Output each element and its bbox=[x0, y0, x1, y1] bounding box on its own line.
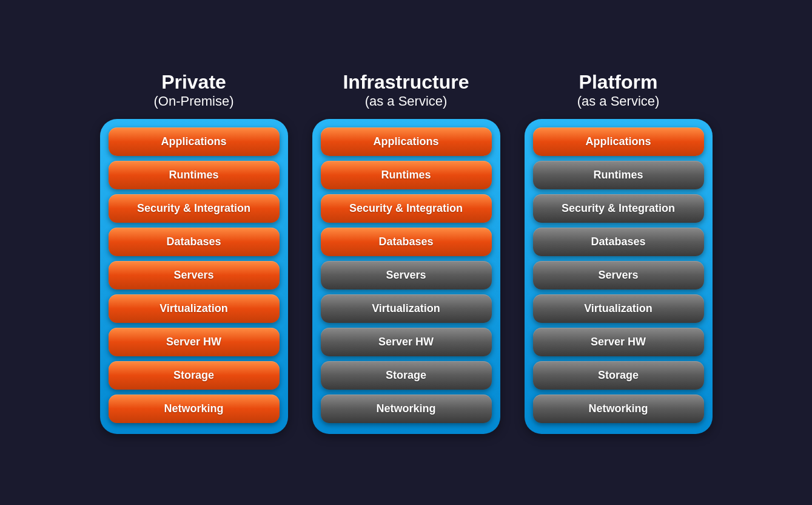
row-infrastructure-servers: Servers bbox=[321, 261, 492, 290]
row-platform-server-hw: Server HW bbox=[533, 328, 704, 356]
column-title-infrastructure: Infrastructure bbox=[343, 71, 469, 93]
row-private-virtualization: Virtualization bbox=[109, 294, 280, 323]
column-platform: Platform(as a Service)ApplicationsRuntim… bbox=[525, 71, 713, 434]
column-header-infrastructure: Infrastructure(as a Service) bbox=[343, 71, 469, 109]
column-subtitle-private: (On-Premise) bbox=[153, 93, 233, 109]
row-private-runtimes: Runtimes bbox=[109, 161, 280, 189]
row-infrastructure-databases: Databases bbox=[321, 228, 492, 256]
column-header-private: Private(On-Premise) bbox=[153, 71, 233, 109]
row-infrastructure-storage: Storage bbox=[321, 361, 492, 390]
row-platform-storage: Storage bbox=[533, 361, 704, 390]
row-infrastructure-security-integration: Security & Integration bbox=[321, 194, 492, 223]
row-infrastructure-runtimes: Runtimes bbox=[321, 161, 492, 189]
column-title-private: Private bbox=[153, 71, 233, 93]
column-panel-private: ApplicationsRuntimesSecurity & Integrati… bbox=[100, 119, 288, 434]
column-subtitle-infrastructure: (as a Service) bbox=[343, 93, 469, 109]
row-private-servers: Servers bbox=[109, 261, 280, 290]
diagram-container: Private(On-Premise)ApplicationsRuntimesS… bbox=[88, 59, 725, 446]
row-platform-servers: Servers bbox=[533, 261, 704, 290]
row-private-networking: Networking bbox=[109, 395, 280, 423]
row-infrastructure-networking: Networking bbox=[321, 395, 492, 423]
row-platform-security-integration: Security & Integration bbox=[533, 194, 704, 223]
row-infrastructure-applications: Applications bbox=[321, 127, 492, 156]
row-platform-databases: Databases bbox=[533, 228, 704, 256]
column-infrastructure: Infrastructure(as a Service)Applications… bbox=[312, 71, 500, 434]
row-infrastructure-virtualization: Virtualization bbox=[321, 294, 492, 323]
row-private-applications: Applications bbox=[109, 127, 280, 156]
row-private-databases: Databases bbox=[109, 228, 280, 256]
column-panel-platform: ApplicationsRuntimesSecurity & Integrati… bbox=[525, 119, 713, 434]
row-platform-networking: Networking bbox=[533, 395, 704, 423]
row-platform-virtualization: Virtualization bbox=[533, 294, 704, 323]
row-private-server-hw: Server HW bbox=[109, 328, 280, 356]
row-private-security-integration: Security & Integration bbox=[109, 194, 280, 223]
row-platform-applications: Applications bbox=[533, 127, 704, 156]
column-private: Private(On-Premise)ApplicationsRuntimesS… bbox=[100, 71, 288, 434]
row-platform-runtimes: Runtimes bbox=[533, 161, 704, 189]
column-title-platform: Platform bbox=[577, 71, 660, 93]
column-panel-infrastructure: ApplicationsRuntimesSecurity & Integrati… bbox=[312, 119, 500, 434]
row-infrastructure-server-hw: Server HW bbox=[321, 328, 492, 356]
column-header-platform: Platform(as a Service) bbox=[577, 71, 660, 109]
row-private-storage: Storage bbox=[109, 361, 280, 390]
column-subtitle-platform: (as a Service) bbox=[577, 93, 660, 109]
